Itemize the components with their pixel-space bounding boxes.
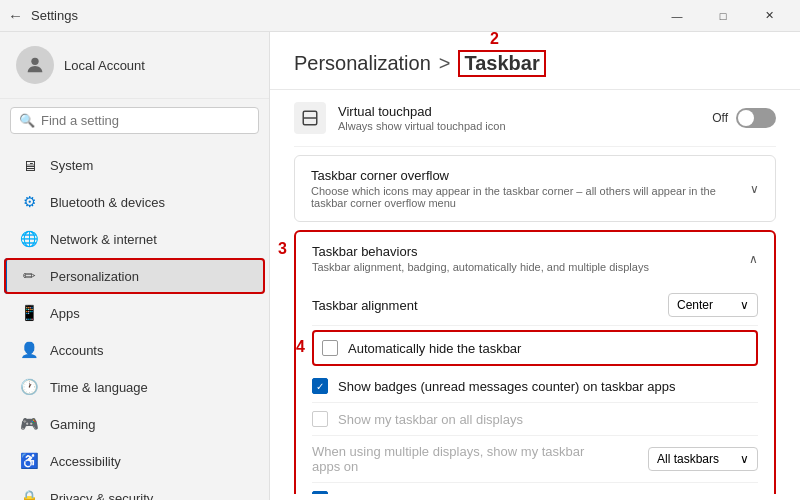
title-bar-controls: — □ ✕ [654,0,792,32]
corner-overflow-title: Taskbar corner overflow [311,168,750,183]
behaviors-desc: Taskbar alignment, badging, automaticall… [312,261,649,273]
behaviors-content: Taskbar alignment Center ∨ 4 [296,285,774,494]
behaviors-header[interactable]: Taskbar behaviors Taskbar alignment, bad… [296,232,774,285]
sidebar-item-time[interactable]: 🕐 Time & language [4,369,265,405]
alignment-chevron: ∨ [740,298,749,312]
search-box[interactable]: 🔍 [10,107,259,134]
behaviors-wrapper: 3 Taskbar behaviors Taskbar alignment, b… [294,230,776,494]
sidebar-label-apps: Apps [50,306,80,321]
corner-overflow-header[interactable]: Taskbar corner overflow Choose which ico… [295,156,775,221]
main-layout: Local Account 🔍 🖥 System ⚙ Bluetooth & d… [0,32,800,500]
far-corner-label: Select the far corner of the taskbar to … [338,492,657,495]
annotation-4: 4 [296,338,305,356]
sidebar-item-accessibility[interactable]: ♿ Accessibility [4,443,265,479]
all-displays-checkbox[interactable] [312,411,328,427]
taskbar-behaviors-section: Taskbar behaviors Taskbar alignment, bad… [294,230,776,494]
corner-overflow-desc: Choose which icons may appear in the tas… [311,185,750,209]
title-bar: ← Settings — □ ✕ [0,0,800,32]
multi-display-row: When using multiple displays, show my ta… [312,436,758,483]
behaviors-text: Taskbar behaviors Taskbar alignment, bad… [312,244,649,273]
content-area: 2 Personalization > Taskbar Virtual touc… [270,32,800,500]
multi-display-chevron: ∨ [740,452,749,466]
far-corner-checkbox[interactable]: ✓ [312,491,328,494]
sidebar: Local Account 🔍 🖥 System ⚙ Bluetooth & d… [0,32,270,500]
badges-checkbox[interactable]: ✓ [312,378,328,394]
back-arrow[interactable]: ← [8,7,23,24]
privacy-icon: 🔒 [20,489,38,500]
breadcrumb-parent: Personalization [294,52,431,75]
breadcrumb-current: Taskbar [458,50,545,77]
sidebar-label-network: Network & internet [50,232,157,247]
auto-hide-checkbox[interactable] [322,340,338,356]
auto-hide-row: Automatically hide the taskbar [312,330,758,366]
sidebar-item-system[interactable]: 🖥 System [4,147,265,183]
virtual-touchpad-left: Virtual touchpad Always show virtual tou… [294,102,506,134]
virtual-touchpad-title: Virtual touchpad [338,104,506,119]
svg-point-0 [31,58,38,65]
toggle-thumb [738,110,754,126]
accounts-icon: 👤 [20,341,38,359]
sidebar-label-system: System [50,158,93,173]
sidebar-label-gaming: Gaming [50,417,96,432]
apps-icon: 📱 [20,304,38,322]
network-icon: 🌐 [20,230,38,248]
personalization-icon: ✏ [20,267,38,285]
multi-display-value: All taskbars [657,452,719,466]
content-header: 2 Personalization > Taskbar [270,32,800,90]
multi-display-select[interactable]: All taskbars ∨ [648,447,758,471]
sidebar-item-gaming[interactable]: 🎮 Gaming [4,406,265,442]
gaming-icon: 🎮 [20,415,38,433]
toggle-label: Off [712,111,728,125]
sidebar-item-apps[interactable]: 📱 Apps [4,295,265,331]
far-corner-row: ✓ Select the far corner of the taskbar t… [312,483,758,494]
sidebar-user: Local Account [0,32,269,99]
auto-hide-label: Automatically hide the taskbar [348,341,521,356]
sidebar-label-accounts: Accounts [50,343,103,358]
system-icon: 🖥 [20,156,38,174]
badges-row: ✓ Show badges (unread messages counter) … [312,370,758,403]
avatar [16,46,54,84]
corner-overflow-text: Taskbar corner overflow Choose which ico… [311,168,750,209]
behaviors-chevron: ∧ [749,252,758,266]
alignment-value: Center [677,298,713,312]
sidebar-item-personalization[interactable]: 1 ✏ Personalization [4,258,265,294]
sidebar-label-privacy: Privacy & security [50,491,153,501]
breadcrumb: Personalization > Taskbar [294,50,776,77]
sidebar-item-accounts[interactable]: 👤 Accounts [4,332,265,368]
sidebar-item-bluetooth[interactable]: ⚙ Bluetooth & devices [4,184,265,220]
annotation-2: 2 [490,32,499,48]
all-displays-label: Show my taskbar on all displays [338,412,523,427]
all-displays-row: Show my taskbar on all displays [312,403,758,436]
nav-list: 🖥 System ⚙ Bluetooth & devices 🌐 Network… [0,142,269,500]
multi-display-label: When using multiple displays, show my ta… [312,444,612,474]
close-button[interactable]: ✕ [746,0,792,32]
search-input[interactable] [41,113,250,128]
content-scroll: Virtual touchpad Always show virtual tou… [270,90,800,494]
bluetooth-icon: ⚙ [20,193,38,211]
badges-label: Show badges (unread messages counter) on… [338,379,675,394]
user-name: Local Account [64,58,145,73]
corner-overflow-chevron: ∨ [750,182,759,196]
alignment-row: Taskbar alignment Center ∨ [312,285,758,326]
time-icon: 🕐 [20,378,38,396]
search-icon: 🔍 [19,113,35,128]
sidebar-item-privacy[interactable]: 🔒 Privacy & security [4,480,265,500]
minimize-button[interactable]: — [654,0,700,32]
alignment-select[interactable]: Center ∨ [668,293,758,317]
maximize-button[interactable]: □ [700,0,746,32]
annotation-3: 3 [278,240,287,258]
alignment-label: Taskbar alignment [312,298,418,313]
sidebar-label-accessibility: Accessibility [50,454,121,469]
accessibility-icon: ♿ [20,452,38,470]
virtual-touchpad-text: Virtual touchpad Always show virtual tou… [338,104,506,132]
sidebar-item-network[interactable]: 🌐 Network & internet [4,221,265,257]
window-title: Settings [31,8,78,23]
auto-hide-wrapper: 4 Automatically hide the taskbar [312,330,758,366]
toggle-control[interactable] [736,108,776,128]
virtual-touchpad-desc: Always show virtual touchpad icon [338,120,506,132]
virtual-touchpad-row: Virtual touchpad Always show virtual tou… [294,90,776,147]
virtual-touchpad-toggle[interactable]: Off [712,108,776,128]
behaviors-title: Taskbar behaviors [312,244,649,259]
sidebar-label-bluetooth: Bluetooth & devices [50,195,165,210]
title-bar-left: ← Settings [8,7,78,24]
